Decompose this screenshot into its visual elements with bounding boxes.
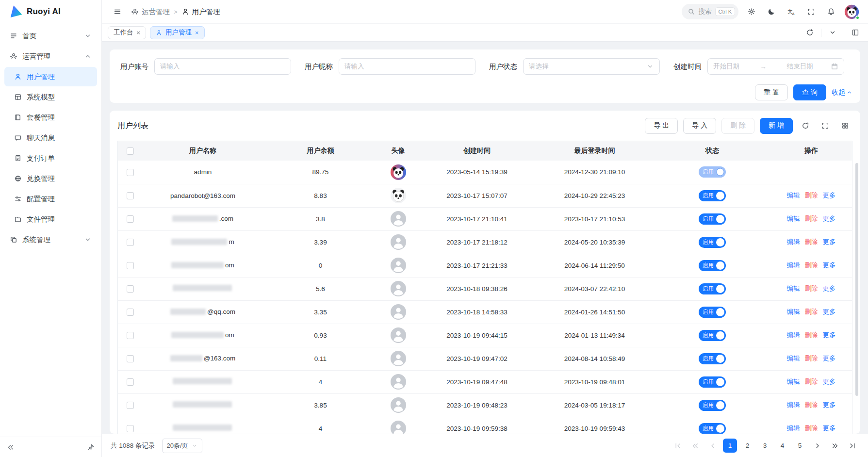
more-link[interactable]: 更多 (823, 378, 836, 385)
pagination-next-jump-button[interactable] (828, 439, 842, 453)
language-icon[interactable]: 文A (785, 5, 798, 18)
select-all-checkbox[interactable] (127, 147, 134, 155)
refresh-tab-icon[interactable] (803, 26, 817, 39)
more-link[interactable]: 更多 (823, 355, 836, 362)
edit-link[interactable]: 编辑 (787, 261, 800, 269)
export-button[interactable]: 导 出 (645, 118, 678, 134)
edit-link[interactable]: 编辑 (787, 355, 800, 362)
filter-select-status[interactable]: 请选择 (523, 58, 660, 75)
status-toggle[interactable]: 启用 (699, 237, 726, 248)
sidebar-item-file-management[interactable]: 文件管理 (4, 210, 97, 229)
row-checkbox[interactable] (127, 378, 134, 386)
settings-gear-icon[interactable] (745, 5, 758, 18)
edit-link[interactable]: 编辑 (787, 401, 800, 408)
collapse-filter-link[interactable]: 收起 (832, 88, 852, 97)
status-toggle[interactable]: 启用 (699, 400, 726, 411)
delete-link[interactable]: 删除 (805, 401, 818, 408)
delete-link[interactable]: 删除 (805, 331, 818, 339)
sidebar-group-0[interactable]: 首页 (4, 26, 97, 46)
row-checkbox[interactable] (127, 169, 134, 176)
row-checkbox[interactable] (127, 332, 134, 339)
pagination-page-5[interactable]: 5 (793, 439, 807, 453)
sidebar-item-user-management[interactable]: 用户管理 (4, 67, 97, 86)
pagination-prev-jump-button[interactable] (688, 439, 702, 453)
column-settings-icon[interactable] (838, 118, 852, 133)
more-link[interactable]: 更多 (823, 308, 836, 315)
global-search[interactable]: 搜索 Ctrl K (682, 4, 739, 19)
more-link[interactable]: 更多 (823, 192, 836, 199)
pagination-next-button[interactable] (810, 439, 824, 453)
table-scrollbar[interactable] (855, 163, 858, 396)
dark-mode-icon[interactable] (765, 5, 778, 18)
import-button[interactable]: 导 入 (683, 118, 716, 134)
delete-link[interactable]: 删除 (805, 285, 818, 292)
tab-close-icon[interactable]: × (195, 30, 199, 36)
search-button[interactable]: 查 询 (793, 84, 826, 100)
delete-link[interactable]: 删除 (805, 215, 818, 222)
pagination-page-4[interactable]: 4 (775, 439, 789, 453)
sidebar-group-1[interactable]: 运营管理 (4, 47, 97, 66)
row-checkbox[interactable] (127, 402, 134, 409)
tab-user-management[interactable]: 用户管理× (150, 26, 205, 39)
tab-workbench[interactable]: 工作台× (108, 26, 146, 39)
status-toggle[interactable]: 启用 (699, 260, 726, 271)
notifications-bell-icon[interactable] (824, 5, 838, 18)
more-link[interactable]: 更多 (823, 401, 836, 408)
pagination-page-2[interactable]: 2 (740, 439, 754, 453)
fullscreen-icon[interactable] (804, 5, 818, 18)
sidebar-collapse-button[interactable] (7, 443, 15, 451)
row-checkbox[interactable] (127, 355, 134, 362)
pin-icon[interactable] (87, 443, 95, 451)
pagination-last-button[interactable] (845, 439, 859, 453)
more-link[interactable]: 更多 (823, 238, 836, 245)
filter-input-account[interactable]: 请输入 (154, 58, 291, 75)
more-link[interactable]: 更多 (823, 285, 836, 292)
row-checkbox[interactable] (127, 285, 134, 293)
breadcrumb-item[interactable]: 用户管理 (181, 7, 220, 16)
refresh-icon[interactable] (798, 118, 813, 133)
status-toggle[interactable]: 启用 (699, 190, 726, 201)
sidebar-item-config-management[interactable]: 配置管理 (4, 189, 97, 209)
status-toggle[interactable]: 启用 (699, 283, 726, 294)
edit-link[interactable]: 编辑 (787, 378, 800, 385)
status-toggle[interactable]: 启用 (699, 166, 726, 178)
delete-link[interactable]: 删除 (805, 424, 818, 432)
edit-link[interactable]: 编辑 (787, 285, 800, 292)
row-checkbox[interactable] (127, 215, 134, 223)
delete-link[interactable]: 删除 (805, 261, 818, 269)
pagination-first-button[interactable] (671, 439, 685, 453)
edit-link[interactable]: 编辑 (787, 238, 800, 245)
status-toggle[interactable]: 启用 (699, 307, 726, 318)
pagination-prev-button[interactable] (705, 439, 720, 453)
edit-link[interactable]: 编辑 (787, 424, 800, 432)
row-checkbox[interactable] (127, 239, 134, 246)
filter-daterange-created[interactable]: 开始日期→结束日期 (707, 58, 844, 75)
breadcrumb-item[interactable]: 运营管理 (131, 7, 170, 16)
sidebar-group-2[interactable]: 系统管理 (4, 230, 97, 249)
delete-link[interactable]: 删除 (805, 355, 818, 362)
sidebar-item-system-model[interactable]: 系统模型 (4, 87, 97, 107)
sidebar-item-payment-orders[interactable]: 支付订单 (4, 148, 97, 168)
delete-button[interactable]: 删 除 (721, 118, 754, 134)
delete-link[interactable]: 删除 (805, 192, 818, 199)
more-link[interactable]: 更多 (823, 215, 836, 222)
page-size-select[interactable]: 20条/页 (162, 439, 202, 453)
pagination-page-3[interactable]: 3 (758, 439, 772, 453)
status-toggle[interactable]: 启用 (699, 353, 726, 364)
layout-expand-icon[interactable] (849, 26, 862, 39)
edit-link[interactable]: 编辑 (787, 215, 800, 222)
status-toggle[interactable]: 启用 (699, 423, 726, 434)
chevron-down-icon[interactable] (826, 26, 839, 39)
pagination-page-1[interactable]: 1 (723, 439, 737, 453)
more-link[interactable]: 更多 (823, 261, 836, 269)
status-toggle[interactable]: 启用 (699, 376, 726, 388)
hamburger-menu-icon[interactable] (111, 5, 124, 18)
edit-link[interactable]: 编辑 (787, 192, 800, 199)
edit-link[interactable]: 编辑 (787, 308, 800, 315)
filter-input-nickname[interactable]: 请输入 (339, 58, 475, 75)
reset-button[interactable]: 重 置 (755, 84, 788, 100)
row-checkbox[interactable] (127, 262, 134, 269)
add-button[interactable]: 新 增 (760, 118, 793, 134)
row-checkbox[interactable] (127, 425, 134, 432)
delete-link[interactable]: 删除 (805, 238, 818, 245)
